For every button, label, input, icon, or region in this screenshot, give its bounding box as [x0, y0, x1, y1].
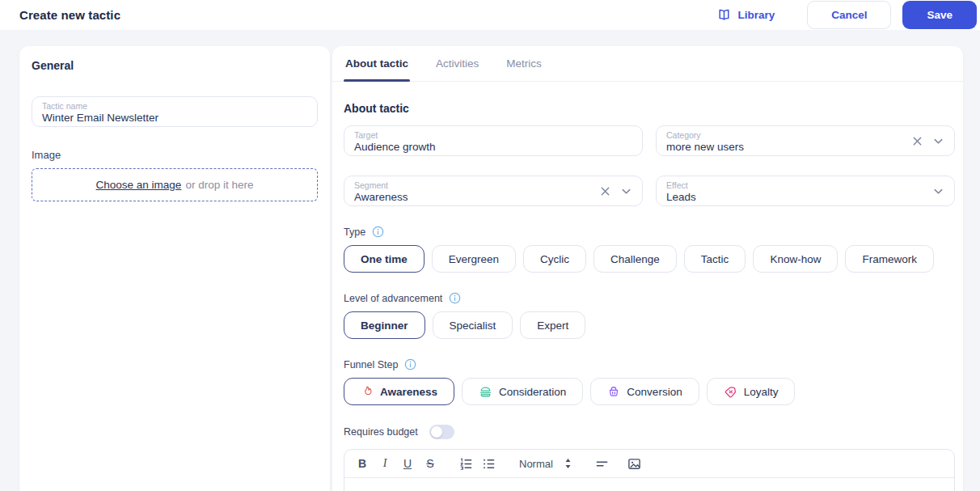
tactic-name-field[interactable]: Tactic name Winter Email Newsletter	[32, 96, 318, 127]
type-option-challenge[interactable]: Challenge	[593, 245, 677, 273]
top-bar: Create new tactic Library Cancel Save	[0, 0, 980, 30]
funnel-option-label: Conversion	[627, 386, 682, 398]
segment-chevron-down-icon[interactable]	[620, 185, 632, 197]
tab-metrics[interactable]: Metrics	[505, 46, 543, 81]
category-label: Category	[666, 130, 944, 141]
dropzone-hint: or drop it here	[185, 179, 253, 191]
tab-activities[interactable]: Activities	[434, 46, 480, 81]
tactic-detail-panel: About tactic Activities Metrics About ta…	[332, 46, 963, 491]
type-option-know-how[interactable]: Know-how	[753, 245, 838, 273]
tab-bar: About tactic Activities Metrics	[332, 46, 963, 82]
requires-budget-toggle[interactable]	[429, 425, 454, 439]
basket-icon	[607, 385, 620, 398]
funnel-label-row: Funnel Step	[344, 358, 955, 370]
category-clear-icon[interactable]	[912, 136, 923, 146]
funnel-info-icon[interactable]	[404, 358, 416, 370]
image-label: Image	[32, 149, 318, 161]
choose-image-link[interactable]: Choose an image	[96, 179, 182, 191]
tab-about-tactic[interactable]: About tactic	[344, 46, 410, 81]
segment-label: Segment	[354, 180, 632, 191]
underline-icon[interactable]: U	[398, 455, 417, 472]
main-content: General Tactic name Winter Email Newslet…	[19, 46, 980, 491]
general-heading: General	[32, 59, 318, 72]
requires-budget-row: Requires budget	[344, 425, 955, 439]
level-options: Beginner Specialist Expert	[344, 311, 955, 339]
tactic-name-label: Tactic name	[42, 101, 307, 112]
type-option-framework[interactable]: Framework	[845, 245, 934, 273]
form-row-2: Segment Awareness Effect Leads	[344, 176, 955, 206]
burger-icon	[479, 385, 492, 399]
header-actions: Library Cancel Save	[717, 1, 977, 29]
type-option-cyclic[interactable]: Cyclic	[523, 245, 586, 273]
ordered-list-icon[interactable]	[456, 455, 475, 472]
segment-value: Awareness	[354, 191, 632, 205]
funnel-option-conversion[interactable]: Conversion	[590, 378, 699, 405]
type-option-evergreen[interactable]: Evergreen	[432, 245, 516, 273]
type-label-row: Type	[344, 226, 955, 238]
funnel-option-label: Loyalty	[744, 386, 779, 398]
type-label: Type	[344, 226, 365, 238]
target-value: Audience growth	[354, 141, 632, 154]
funnel-option-label: Awareness	[380, 386, 437, 398]
type-info-icon[interactable]	[372, 226, 384, 238]
type-option-tactic[interactable]: Tactic	[684, 245, 746, 273]
save-button[interactable]: Save	[902, 1, 977, 29]
requires-budget-label: Requires budget	[344, 426, 418, 438]
effect-label: Effect	[666, 180, 944, 191]
book-icon	[717, 8, 731, 22]
funnel-option-loyalty[interactable]: Loyalty	[707, 378, 796, 405]
level-label-row: Level of advancement	[344, 292, 955, 304]
category-select[interactable]: Category more new users	[656, 125, 955, 156]
segment-clear-icon[interactable]	[600, 186, 610, 197]
level-info-icon[interactable]	[449, 292, 461, 304]
tag-icon	[724, 385, 737, 399]
insert-image-icon[interactable]	[625, 455, 644, 472]
segment-select[interactable]: Segment Awareness	[344, 176, 643, 206]
target-input[interactable]: Target Audience growth	[344, 125, 643, 156]
paragraph-format-value: Normal	[519, 458, 553, 470]
tactic-name-value: Winter Email Newsletter	[42, 112, 307, 125]
cancel-button[interactable]: Cancel	[807, 1, 891, 29]
toggle-knob	[431, 426, 442, 438]
italic-icon[interactable]: I	[375, 455, 395, 472]
level-label: Level of advancement	[344, 293, 442, 304]
description-editor: B I U S	[344, 449, 955, 491]
funnel-options: Awareness Consideration	[344, 378, 955, 405]
about-heading: About tactic	[344, 102, 955, 115]
general-panel: General Tactic name Winter Email Newslet…	[19, 46, 330, 491]
library-button-label: Library	[737, 9, 775, 21]
target-label: Target	[354, 130, 632, 141]
level-option-specialist[interactable]: Specialist	[433, 311, 513, 339]
funnel-option-awareness[interactable]: Awareness	[344, 378, 454, 405]
level-option-expert[interactable]: Expert	[520, 311, 585, 339]
format-updown-icon	[564, 459, 572, 468]
description-text[interactable]: Seasonal newsletter launch offering disc…	[344, 478, 954, 491]
strikethrough-icon[interactable]: S	[420, 455, 440, 472]
paragraph-format-select[interactable]: Normal	[514, 458, 577, 470]
category-value: more new users	[666, 141, 944, 154]
type-options: One time Evergreen Cyclic Challenge Tact…	[344, 245, 955, 273]
library-button[interactable]: Library	[717, 8, 775, 22]
effect-chevron-down-icon[interactable]	[932, 185, 944, 197]
image-dropzone[interactable]: Choose an image or drop it here	[32, 168, 318, 201]
funnel-option-label: Consideration	[499, 386, 566, 398]
editor-toolbar: B I U S	[344, 450, 954, 478]
effect-select[interactable]: Effect Leads	[656, 176, 955, 206]
about-tactic-body: About tactic Target Audience growth Cate…	[332, 82, 963, 491]
bullet-list-icon[interactable]	[479, 455, 498, 472]
page-title: Create new tactic	[19, 8, 120, 22]
align-icon[interactable]	[593, 455, 612, 472]
type-option-one-time[interactable]: One time	[344, 245, 425, 273]
bold-icon[interactable]: B	[353, 455, 372, 472]
funnel-step-label: Funnel Step	[344, 359, 398, 370]
funnel-option-consideration[interactable]: Consideration	[462, 378, 583, 405]
category-chevron-down-icon[interactable]	[932, 135, 944, 147]
level-option-beginner[interactable]: Beginner	[344, 311, 425, 339]
form-row-1: Target Audience growth Category more new…	[344, 125, 955, 156]
flame-icon	[361, 385, 374, 398]
effect-value: Leads	[666, 191, 944, 205]
